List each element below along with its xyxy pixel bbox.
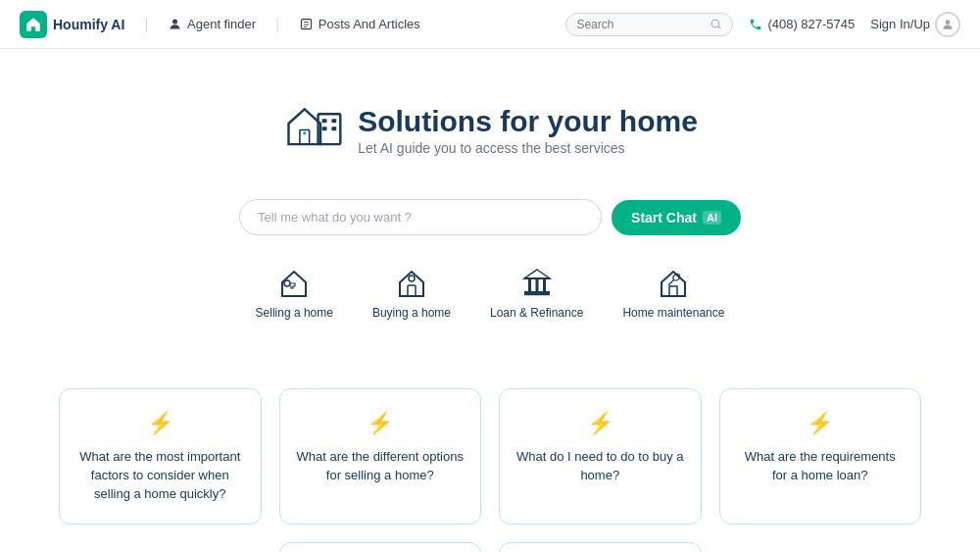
- svg-marker-22: [524, 270, 550, 278]
- hero-section: Solutions for your home Let AI guide you…: [0, 49, 980, 388]
- category-loan[interactable]: Loan & Refinance: [490, 265, 583, 320]
- svg-rect-11: [322, 119, 327, 123]
- card-3[interactable]: ⚡ What do I need to do to buy a home?: [499, 388, 702, 525]
- svg-point-9: [303, 131, 306, 134]
- chat-bar: Start Chat AI: [239, 199, 741, 235]
- svg-line-6: [718, 26, 720, 28]
- brand[interactable]: Houmify AI: [20, 11, 124, 38]
- category-maintenance[interactable]: Home maintenance: [622, 265, 724, 320]
- card-5[interactable]: ⚡ How much money do I need to buy a home…: [279, 542, 482, 552]
- brand-name: Houmify AI: [53, 17, 124, 32]
- chat-input[interactable]: [239, 199, 602, 235]
- category-buying-label: Buying a home: [372, 306, 451, 320]
- card-4-text: What are the requirements for a home loa…: [736, 448, 906, 485]
- svg-point-7: [946, 20, 951, 25]
- card-1[interactable]: ⚡ What are the most important factors to…: [59, 388, 262, 525]
- search-icon: [710, 18, 722, 30]
- ai-badge: AI: [703, 211, 721, 225]
- key-home-icon: [276, 265, 312, 300]
- phone-text: (408) 827-5745: [767, 17, 855, 31]
- phone-icon: [749, 18, 762, 31]
- avatar: [935, 12, 960, 37]
- navbar-right: (408) 827-5745 Sign In/Up: [565, 12, 960, 37]
- svg-rect-17: [408, 285, 416, 296]
- nav-divider: |: [144, 17, 148, 32]
- svg-rect-12: [332, 119, 337, 123]
- search-box[interactable]: [565, 13, 733, 36]
- hero-text: Solutions for your home Let AI guide you…: [358, 105, 698, 156]
- category-loan-label: Loan & Refinance: [490, 306, 583, 320]
- hero-title: Solutions for your home: [358, 105, 698, 138]
- nav-divider2: |: [275, 17, 279, 32]
- tools-home-icon: [656, 265, 691, 300]
- agent-icon: [168, 17, 182, 31]
- nav-agent-finder-label: Agent finder: [187, 17, 256, 31]
- svg-rect-23: [528, 278, 531, 292]
- category-maintenance-label: Home maintenance: [622, 306, 724, 320]
- nav-posts[interactable]: Posts And Articles: [299, 17, 420, 31]
- sign-in-button[interactable]: Sign In/Up: [870, 12, 960, 37]
- svg-point-16: [284, 280, 290, 286]
- nav-agent-finder[interactable]: Agent finder: [168, 17, 256, 31]
- hero-house-icon: [282, 98, 346, 162]
- card-3-text: What do I need to do to buy a home?: [515, 448, 685, 485]
- card-2[interactable]: ⚡ What are the different options for sel…: [279, 388, 482, 525]
- hero-subtitle: Let AI guide you to access the best serv…: [358, 140, 698, 156]
- svg-rect-13: [322, 126, 327, 130]
- hero-logo: Solutions for your home Let AI guide you…: [282, 98, 698, 162]
- user-icon: [941, 18, 955, 31]
- category-buying[interactable]: Buying a home: [372, 265, 451, 320]
- cards-row-1: ⚡ What are the most important factors to…: [59, 388, 921, 525]
- buy-home-icon: [394, 265, 429, 300]
- category-selling-label: Selling a home: [256, 306, 333, 320]
- start-chat-label: Start Chat: [631, 210, 697, 226]
- navbar-left: Houmify AI | Agent finder | Posts And Ar…: [20, 11, 420, 38]
- brand-icon: [20, 11, 47, 38]
- cards-section: ⚡ What are the most important factors to…: [0, 388, 980, 552]
- svg-point-5: [712, 20, 720, 27]
- cards-row-2: ⚡ How much money do I need to buy a home…: [59, 542, 921, 552]
- categories: Selling a home Buying a home: [256, 265, 725, 320]
- sign-in-label: Sign In/Up: [870, 17, 930, 31]
- lightning-icon-4: ⚡: [807, 411, 833, 436]
- bank-icon: [519, 265, 555, 300]
- card-4[interactable]: ⚡ What are the requirements for a home l…: [719, 388, 922, 525]
- category-selling[interactable]: Selling a home: [256, 265, 333, 320]
- svg-rect-25: [543, 278, 546, 292]
- card-6[interactable]: ⚡ How much can I borrow for a home loan?: [499, 542, 702, 552]
- card-2-text: What are the different options for selli…: [296, 448, 466, 485]
- lightning-icon-3: ⚡: [587, 411, 613, 436]
- search-input[interactable]: [576, 18, 704, 31]
- start-chat-button[interactable]: Start Chat AI: [612, 200, 741, 235]
- article-icon: [299, 17, 314, 31]
- lightning-icon-2: ⚡: [367, 411, 393, 436]
- svg-rect-14: [332, 126, 337, 130]
- lightning-icon-1: ⚡: [147, 411, 173, 436]
- nav-posts-label: Posts And Articles: [318, 17, 420, 31]
- svg-rect-24: [535, 278, 538, 292]
- svg-point-18: [409, 276, 415, 281]
- navbar: Houmify AI | Agent finder | Posts And Ar…: [0, 0, 980, 49]
- card-1-text: What are the most important factors to c…: [75, 448, 245, 504]
- svg-point-0: [172, 20, 177, 25]
- phone-number: (408) 827-5745: [749, 17, 855, 31]
